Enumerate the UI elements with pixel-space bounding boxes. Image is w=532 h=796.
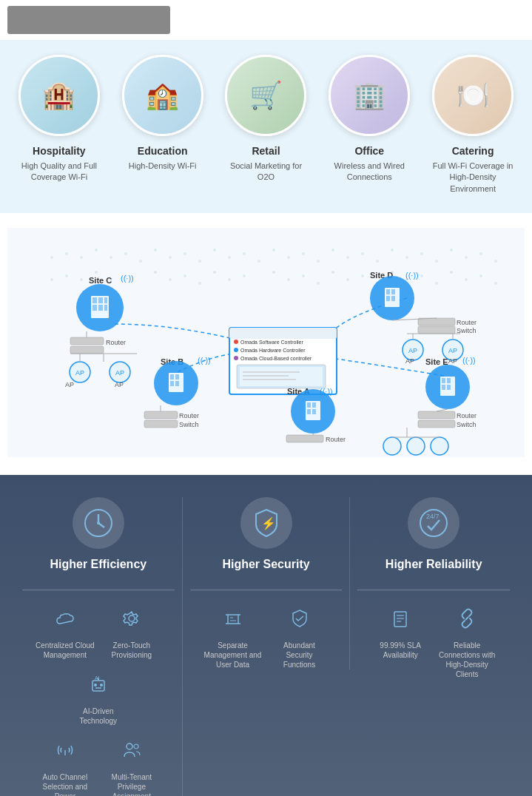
use-cases-section: 🏨 Hospitality High Quality and Full Cove…	[0, 40, 532, 213]
education-desc: High-Density Wi-Fi	[129, 161, 197, 172]
feature-column-reliability: 24/7 Higher Reliability 99.99% SLA Avail…	[350, 497, 517, 679]
feature-item: Centralized Cloud Management	[36, 601, 95, 660]
svg-rect-83	[104, 305, 107, 311]
feature-item-icon	[283, 601, 316, 635]
svg-rect-105	[144, 411, 178, 419]
svg-point-31	[494, 260, 497, 263]
svg-rect-70	[240, 367, 323, 386]
svg-rect-62	[229, 328, 337, 339]
svg-point-166	[129, 615, 135, 621]
svg-rect-103	[170, 381, 174, 386]
feature-item-label: Separate Management and User Data	[203, 641, 263, 669]
feature-item: Abundant Security Functions	[270, 601, 329, 669]
feature-item-label: 99.99% SLA Availability	[371, 641, 430, 660]
svg-point-21	[346, 256, 349, 259]
svg-point-10	[183, 252, 186, 255]
svg-point-32	[50, 278, 53, 281]
education-title: Education	[138, 145, 188, 157]
retail-title: Retail	[252, 145, 280, 157]
network-diagram: Omada Software Controller Omada Hardware…	[7, 228, 525, 457]
svg-point-55	[420, 274, 423, 277]
feature-item-icon	[115, 733, 148, 766]
svg-point-56	[435, 282, 438, 285]
svg-rect-151	[418, 411, 455, 419]
feature-item-label: Abundant Security Functions	[270, 641, 329, 669]
office-circle: 🏢	[329, 55, 410, 136]
svg-text:((·)): ((·))	[462, 356, 476, 365]
feature-item: Zero-Touch Provisioning	[102, 601, 161, 660]
svg-text:((·)): ((·))	[121, 274, 134, 283]
svg-rect-85	[70, 346, 104, 354]
svg-rect-131	[418, 326, 455, 334]
svg-text:AP: AP	[115, 381, 124, 388]
svg-point-39	[169, 278, 172, 281]
svg-rect-127	[386, 296, 390, 301]
svg-point-157	[407, 437, 425, 455]
svg-point-3	[80, 256, 83, 259]
svg-text:AP: AP	[408, 347, 417, 354]
svg-text:AP: AP	[405, 357, 414, 365]
svg-point-27	[435, 260, 438, 263]
svg-point-44	[243, 274, 246, 277]
retail-image: 🛒	[227, 57, 304, 134]
svg-point-67	[234, 356, 238, 360]
feature-column-security: ⚡ Higher Security Separate Management an…	[183, 497, 351, 669]
svg-rect-128	[391, 296, 395, 301]
svg-point-28	[450, 249, 453, 252]
svg-point-5	[110, 256, 112, 259]
svg-text:Router: Router	[457, 412, 477, 419]
svg-point-59	[479, 274, 482, 277]
svg-rect-147	[442, 378, 445, 383]
svg-text:Omada Cloud-Based controller: Omada Cloud-Based controller	[240, 356, 312, 361]
svg-point-24	[391, 249, 394, 252]
svg-point-38	[154, 271, 157, 274]
features-row: Higher Efficiency Centralized Cloud Mana…	[15, 497, 517, 796]
feature-title: Higher Security	[222, 558, 309, 571]
svg-point-158	[431, 437, 448, 455]
svg-text:AP: AP	[448, 357, 457, 365]
svg-point-174	[134, 744, 138, 749]
svg-point-48	[317, 282, 320, 285]
svg-point-29	[465, 256, 468, 259]
svg-point-25	[405, 256, 408, 259]
feature-item-label: Zero-Touch Provisioning	[102, 641, 161, 660]
feature-item: Auto Channel Selection and Power Adjustm…	[36, 733, 95, 796]
svg-text:Site E: Site E	[425, 357, 448, 366]
retail-circle: 🛒	[225, 55, 306, 136]
hospitality-circle: 🏨	[18, 55, 100, 136]
svg-rect-82	[98, 305, 103, 311]
features-section: Higher Efficiency Centralized Cloud Mana…	[0, 475, 532, 796]
feature-item-icon	[216, 601, 249, 635]
svg-rect-118	[286, 435, 323, 442]
svg-rect-129	[418, 318, 455, 326]
svg-text:Router: Router	[179, 412, 199, 419]
svg-text:AP: AP	[115, 369, 124, 377]
retail-desc: Social Marketing for O2O	[221, 161, 310, 183]
feature-item-icon	[384, 601, 417, 635]
feature-main-icon: ⚡	[240, 497, 292, 549]
feature-item-icon: AI	[81, 667, 115, 701]
svg-text:24/7: 24/7	[426, 513, 440, 520]
svg-point-156	[383, 437, 401, 455]
feature-item-icon	[115, 601, 148, 635]
svg-point-169	[100, 684, 103, 687]
svg-point-51	[361, 274, 364, 277]
svg-rect-186	[394, 612, 406, 627]
svg-rect-81	[92, 305, 97, 311]
svg-rect-149	[442, 385, 445, 390]
svg-point-11	[198, 260, 201, 263]
svg-point-12	[213, 249, 216, 252]
feature-items-row2: Auto Channel Selection and Power Adjustm…	[22, 733, 175, 796]
svg-point-57	[450, 271, 453, 274]
svg-line-190	[465, 617, 468, 620]
feature-divider	[190, 590, 343, 590]
svg-point-30	[479, 252, 482, 255]
svg-rect-125	[386, 289, 390, 294]
svg-point-50	[346, 278, 349, 281]
feature-items: Separate Management and User Data Abunda…	[190, 601, 343, 669]
feature-item-label: Auto Channel Selection and Power Adjustm…	[36, 772, 95, 796]
feature-item: Multi-Tenant Privilege Assignment	[102, 733, 161, 796]
feature-main-icon: 24/7	[408, 497, 459, 549]
svg-point-63	[234, 340, 238, 344]
svg-text:Omada Hardware Controller: Omada Hardware Controller	[240, 348, 306, 353]
